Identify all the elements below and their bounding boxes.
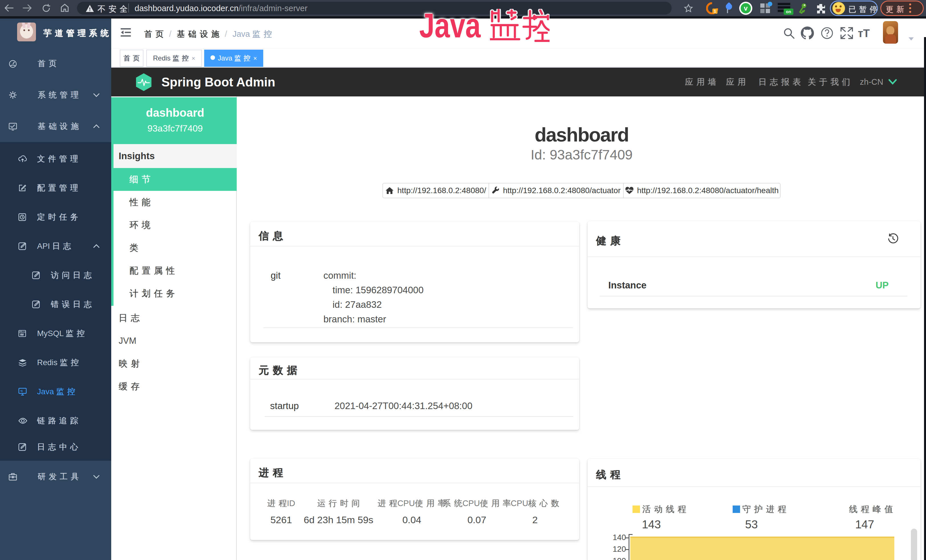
svg-text:1: 1 — [714, 9, 716, 14]
